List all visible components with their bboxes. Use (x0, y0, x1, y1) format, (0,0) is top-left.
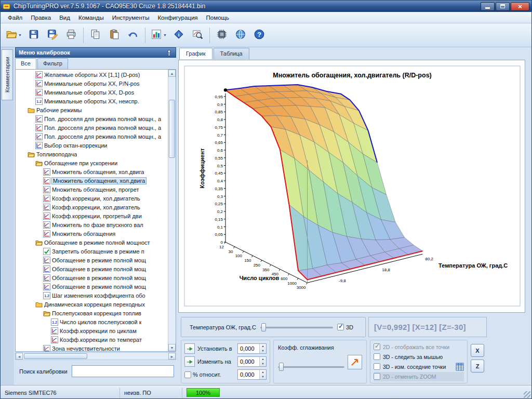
tree-item[interactable]: 1.2Минимальные обороты ХХ, неиспр. (16, 97, 168, 105)
save-as-button[interactable] (44, 26, 61, 44)
slider-thumb[interactable] (261, 323, 266, 331)
comments-tab[interactable]: Комментарии (2, 49, 13, 100)
tree-item[interactable]: Минимальные обороты ХХ, D-pos (16, 88, 168, 97)
display-option-3[interactable]: 3D - изм. соседние точки (374, 362, 464, 371)
tree-item[interactable]: Множитель обогащения, прогрет (16, 185, 168, 194)
spin-up-icon[interactable]: ▲ (260, 370, 266, 375)
tree-item[interactable]: Запретить обогащение в режиме п (16, 247, 168, 256)
tree-item[interactable]: Зона нечувствительности (16, 344, 168, 351)
tree-item[interactable]: Минимальные обороты ХХ, P/N-pos (16, 79, 168, 88)
apply-set-button[interactable] (184, 343, 195, 354)
temperature-slider[interactable] (260, 323, 333, 332)
menu-item[interactable]: Команды (74, 13, 108, 22)
tree-item[interactable]: Множитель по фазе впускного вал (16, 220, 168, 229)
tree-item[interactable]: Выбор октан-коррекции (16, 141, 168, 150)
tree-item[interactable]: Обогащение в режиме полной мощ (16, 264, 168, 273)
surface-chart[interactable]: Множитель обогащения, хол.двигатель (R/D… (180, 62, 524, 310)
zoom-button[interactable] (189, 26, 206, 44)
scroll-thumb[interactable] (24, 353, 87, 359)
chevron-down-icon[interactable]: ▼ (163, 33, 167, 37)
tree-item[interactable]: Рабочие режимы (16, 105, 168, 114)
change-value-spin[interactable]: 0,000 ▲▼ (237, 356, 267, 367)
display-option-2[interactable]: 3D - следить за мышью (374, 352, 464, 362)
chevron-down-icon[interactable]: ▼ (18, 33, 22, 37)
tree-item[interactable]: Топливоподача (16, 150, 168, 158)
menu-item[interactable]: Правка (26, 13, 55, 22)
close-button[interactable]: × (511, 2, 529, 11)
tab-all[interactable]: Все (15, 58, 36, 69)
relative-value-spin[interactable]: 0,000 ▲▼ (237, 369, 267, 380)
3d-checkbox[interactable] (337, 324, 344, 330)
save-button[interactable] (25, 26, 43, 44)
z-axis-button[interactable]: Z (471, 360, 484, 373)
chart-select-button[interactable]: ▼ (149, 26, 169, 44)
tree-item[interactable]: Множитель обогащения, хол.двига (16, 176, 168, 185)
tree-item[interactable]: Коэфф.коррекции, хол.двигатель (16, 203, 168, 211)
slider-thumb[interactable] (279, 363, 284, 371)
option-checkbox[interactable] (374, 353, 380, 360)
scroll-thumb[interactable] (169, 100, 175, 158)
tree-item[interactable]: Коэфф.коррекции по температ (16, 335, 168, 344)
minimize-button[interactable] (481, 2, 495, 11)
tree-item[interactable]: Обогащение в режиме полной мощ (16, 256, 168, 264)
print-button[interactable] (62, 26, 80, 44)
tree-item[interactable]: Коэфф.коррекции по циклам (16, 326, 168, 335)
menu-item[interactable]: Файл (4, 13, 26, 22)
spin-down-icon[interactable]: ▼ (260, 362, 266, 366)
spinner-arrows[interactable]: ▲▼ (259, 357, 266, 366)
tree-item[interactable]: Обогащение при ускорении (16, 158, 168, 167)
checksum-button[interactable]: i (170, 26, 188, 44)
flash-button[interactable] (213, 26, 231, 44)
tree-item[interactable]: Пол. дросселя для режима полной мощн., а (16, 114, 168, 123)
option-checkbox[interactable] (374, 363, 380, 370)
spin-down-icon[interactable]: ▼ (260, 349, 266, 353)
search-input[interactable] (72, 365, 174, 377)
tab-table[interactable]: Таблица (214, 48, 249, 59)
spin-up-icon[interactable]: ▲ (260, 357, 266, 362)
tab-graph[interactable]: График (179, 48, 212, 59)
menu-item[interactable]: Конфигурация (153, 13, 202, 22)
resize-grip[interactable] (524, 391, 530, 398)
paste-button[interactable] (105, 26, 123, 44)
spin-up-icon[interactable]: ▲ (260, 344, 266, 349)
tree-item[interactable]: Обогащение в режиме полной мощност (16, 238, 168, 247)
percent-checkbox[interactable] (184, 371, 191, 378)
spinner-arrows[interactable]: ▲▼ (259, 370, 266, 379)
undo-button[interactable] (124, 26, 142, 44)
tree-item[interactable]: Пол. дросселя для режима полной мощн., а (16, 123, 168, 132)
tree-item[interactable]: Множитель обогащения (16, 229, 168, 238)
scroll-right-icon[interactable]: ► (168, 353, 176, 360)
apply-smoothing-button[interactable] (348, 355, 362, 369)
menu-item[interactable]: Инструменты (108, 13, 154, 22)
x-axis-button[interactable]: X (471, 344, 484, 357)
smoothing-slider[interactable] (278, 362, 344, 371)
tab-filter[interactable]: Фильтр (37, 58, 68, 69)
maximize-button[interactable] (496, 2, 510, 11)
help-button[interactable]: ? (250, 26, 268, 44)
spinner-arrows[interactable]: ▲▼ (259, 344, 266, 353)
tree-item[interactable]: Послепусковая коррекция топлив (16, 309, 168, 317)
tree-item[interactable]: Желаемые обороты ХХ [1,1] (D-pos) (16, 70, 168, 79)
spin-down-icon[interactable]: ▼ (260, 375, 266, 379)
tree-item[interactable]: Обогащение в режиме полной мощ (16, 273, 168, 282)
scroll-down-icon[interactable]: ▼ (168, 344, 176, 351)
tree-item[interactable]: Коэфф.коррекции, хол.двигатель (16, 194, 168, 203)
tree-vertical-scrollbar[interactable]: ▲ ▼ (168, 70, 176, 351)
scroll-up-icon[interactable]: ▲ (168, 70, 176, 77)
copy-button[interactable] (87, 26, 104, 44)
tree-item[interactable]: 1.2Число циклов послепусковой к (16, 317, 168, 326)
tree-item[interactable]: Множитель обогащения, хол.двига (16, 167, 168, 176)
pin-icon[interactable] (166, 49, 172, 56)
tree-item[interactable]: Коэфф.коррекции, прогретый дви (16, 211, 168, 220)
menu-item[interactable]: Вид (55, 13, 74, 22)
tree-item[interactable]: 1.2Шаг изменения коэффициента обо (16, 291, 168, 300)
set-value-spin[interactable]: 0,000 ▲▼ (237, 343, 267, 354)
apply-change-button[interactable] (184, 356, 195, 367)
internet-button[interactable] (232, 26, 249, 44)
tree-item[interactable]: Динамическая коррекция переходных (16, 300, 168, 309)
tree-horizontal-scrollbar[interactable]: ◄ ► (15, 352, 176, 360)
grid-table-icon[interactable] (456, 363, 464, 371)
menu-item[interactable]: Помощь (202, 13, 233, 22)
scroll-left-icon[interactable]: ◄ (16, 353, 23, 360)
tree-item[interactable]: Обогащение в режиме полной мощ (16, 282, 168, 291)
